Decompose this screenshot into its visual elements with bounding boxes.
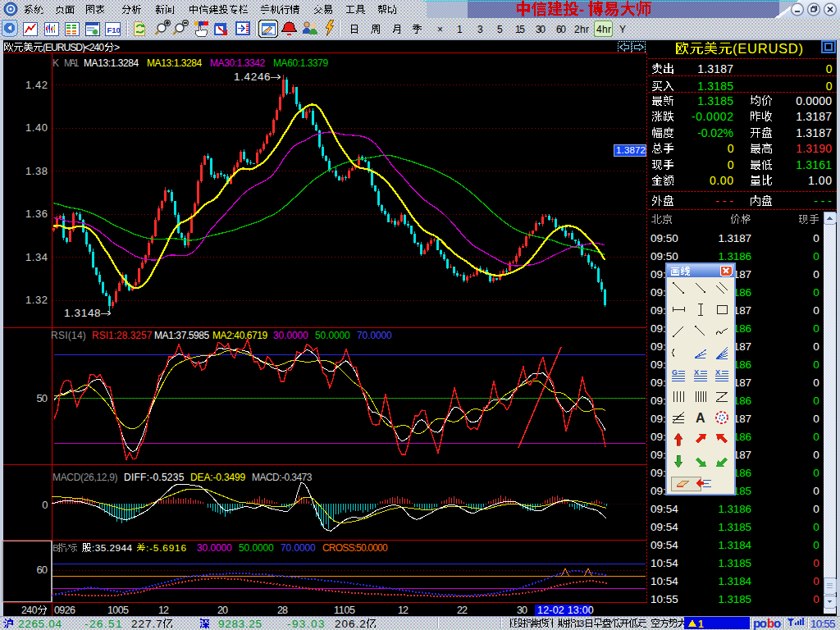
svg-text:20: 20 — [217, 605, 228, 616]
svg-text:1.00: 1.00 — [808, 174, 832, 187]
svg-text:1005: 1005 — [107, 605, 129, 616]
svg-text:1.3185: 1.3185 — [697, 80, 733, 93]
svg-text:RSI(14): RSI(14) — [51, 330, 86, 341]
svg-text:MA2:40.6719: MA2:40.6719 — [212, 330, 268, 341]
svg-text:1.3148: 1.3148 — [64, 307, 101, 319]
svg-text:09:54: 09:54 — [651, 539, 678, 551]
svg-text:28: 28 — [277, 605, 288, 616]
svg-text:0: 0 — [813, 358, 819, 371]
svg-text:0: 0 — [813, 286, 819, 299]
svg-text:206.2: 206.2 — [335, 618, 366, 630]
svg-text:10:55: 10:55 — [651, 593, 678, 605]
svg-text:0: 0 — [826, 62, 833, 75]
svg-text:0.0000: 0.0000 — [796, 94, 832, 107]
svg-text:Y: Y — [619, 24, 626, 35]
svg-text:30.0000: 30.0000 — [197, 542, 232, 554]
svg-text:X: X — [694, 368, 699, 377]
svg-text:0: 0 — [813, 304, 819, 317]
svg-text:09:54: 09:54 — [651, 521, 678, 533]
svg-text:9283.25: 9283.25 — [218, 618, 262, 630]
svg-text:2265.04: 2265.04 — [18, 618, 62, 630]
svg-text:1.4246: 1.4246 — [234, 71, 271, 83]
svg-text:5: 5 — [497, 24, 503, 35]
svg-text:×: × — [437, 24, 443, 35]
svg-text:0: 0 — [813, 250, 819, 262]
svg-text:60: 60 — [556, 24, 566, 35]
svg-text:0926: 0926 — [54, 605, 75, 616]
svg-text:10:54: 10:54 — [651, 557, 678, 569]
svg-text:0: 0 — [813, 395, 819, 407]
svg-text:1.3186: 1.3186 — [719, 503, 752, 515]
svg-text:09:50: 09:50 — [651, 232, 678, 244]
svg-text:1.38: 1.38 — [25, 165, 48, 177]
svg-text:-0.02%: -0.02% — [697, 126, 733, 139]
svg-text:0: 0 — [813, 377, 819, 389]
svg-text:MA1:37.5985: MA1:37.5985 — [154, 330, 210, 341]
svg-text:60: 60 — [37, 564, 48, 576]
svg-text:1.3187: 1.3187 — [796, 126, 832, 139]
svg-text:13: 13 — [575, 618, 584, 629]
svg-text:0: 0 — [813, 521, 819, 533]
svg-text:50: 50 — [37, 392, 48, 404]
svg-text:0: 0 — [813, 467, 819, 479]
svg-text:09:54: 09:54 — [651, 503, 678, 515]
svg-text:1.40: 1.40 — [25, 121, 48, 134]
svg-text:0: 0 — [813, 557, 819, 569]
svg-text:---: --- — [814, 194, 832, 208]
svg-text:1.3187: 1.3187 — [796, 110, 832, 123]
svg-text:2hr: 2hr — [574, 24, 589, 35]
svg-text:1.3190: 1.3190 — [796, 142, 832, 155]
svg-text:15: 15 — [515, 24, 525, 35]
svg-text:DIFF:-0.5235: DIFF:-0.5235 — [124, 472, 185, 483]
svg-text:DEA:-0.3499: DEA:-0.3499 — [190, 472, 246, 483]
svg-text:1.3187: 1.3187 — [719, 232, 752, 244]
svg-text:MA13:1.3284: MA13:1.3284 — [147, 57, 203, 69]
svg-text:1.3184: 1.3184 — [719, 575, 752, 587]
svg-text:1: 1 — [698, 619, 704, 630]
svg-text:1.3185: 1.3185 — [719, 521, 752, 533]
svg-text:70.0000: 70.0000 — [357, 330, 392, 341]
svg-text:MA1: MA1 — [64, 57, 80, 69]
svg-text:B: B — [52, 542, 59, 554]
svg-text:12: 12 — [398, 605, 409, 616]
svg-text:1: 1 — [457, 24, 463, 35]
svg-text:1.3185: 1.3185 — [719, 557, 752, 569]
svg-text:227.7: 227.7 — [131, 618, 162, 630]
svg-text:12: 12 — [158, 605, 169, 616]
svg-text:A: A — [696, 411, 705, 425]
svg-text:RSI1:28.3257: RSI1:28.3257 — [92, 330, 153, 341]
svg-text:0: 0 — [813, 413, 819, 425]
svg-text:1.32: 1.32 — [25, 294, 48, 306]
svg-text:1.3184: 1.3184 — [719, 539, 752, 551]
svg-text:---: --- — [715, 194, 733, 208]
svg-text:240: 240 — [21, 605, 38, 616]
svg-text:o: o — [774, 616, 781, 630]
svg-text:CROSS:50.0000: CROSS:50.0000 — [322, 542, 388, 554]
svg-text:G: G — [672, 368, 678, 377]
svg-text:0: 0 — [813, 340, 819, 353]
svg-text:70.0000: 70.0000 — [281, 542, 316, 554]
svg-text:1.3185: 1.3185 — [719, 593, 752, 605]
svg-text:0: 0 — [813, 449, 819, 461]
svg-text:4hr: 4hr — [596, 24, 611, 35]
svg-text:0: 0 — [813, 503, 819, 515]
svg-text:1.3185: 1.3185 — [697, 94, 733, 107]
svg-text:0: 0 — [813, 431, 819, 443]
svg-text:-: - — [579, 1, 584, 18]
svg-text:(EURUSD)<240: (EURUSD)<240 — [43, 42, 104, 53]
svg-text:F10: F10 — [107, 25, 121, 34]
svg-text:50.0000: 50.0000 — [239, 542, 274, 554]
svg-text:50.0000: 50.0000 — [315, 330, 350, 341]
svg-text:0: 0 — [826, 80, 833, 93]
svg-text:0: 0 — [728, 142, 734, 155]
svg-text:0: 0 — [813, 539, 819, 551]
svg-text:MACD(26,12,9): MACD(26,12,9) — [52, 472, 118, 483]
svg-text:(EURUSD): (EURUSD) — [733, 41, 803, 56]
svg-text:-0.0002: -0.0002 — [692, 110, 733, 123]
svg-text:K: K — [52, 57, 59, 69]
svg-text:1.3187: 1.3187 — [697, 62, 733, 75]
svg-text::-5.6916: :-5.6916 — [146, 542, 186, 554]
svg-text:1.36: 1.36 — [25, 208, 48, 220]
svg-text:MACD:-0.3473: MACD:-0.3473 — [252, 472, 313, 483]
svg-text:09:50: 09:50 — [651, 250, 678, 262]
